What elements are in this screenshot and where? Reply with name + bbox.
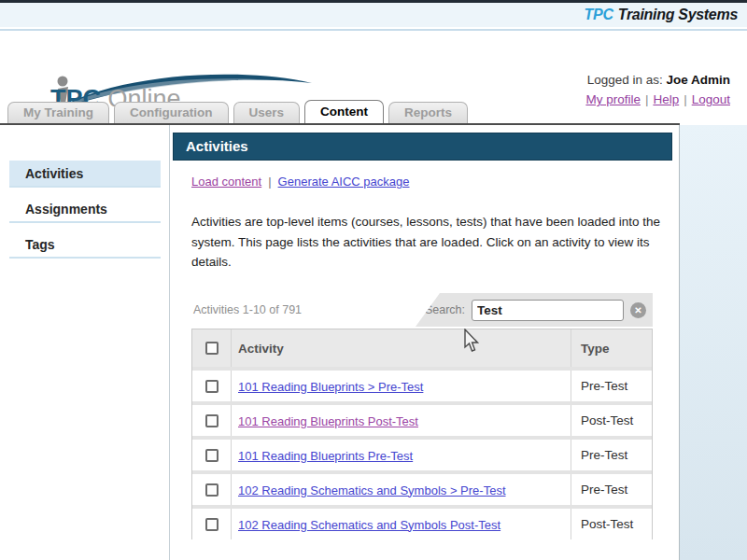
- logout-link[interactable]: Logout: [692, 92, 730, 106]
- logged-in-label: Logged in as:: [587, 73, 663, 87]
- row-checkbox[interactable]: [205, 483, 218, 497]
- column-header-activity: Activity: [232, 342, 571, 356]
- table-row: 101 Reading Blueprints Pre-Test Pre-Test: [192, 436, 652, 470]
- activity-link[interactable]: 101 Reading Blueprints Post-Test: [238, 414, 418, 428]
- logged-in-user: Joe Admin: [666, 73, 730, 87]
- tpc-training-systems-logo: TPCTraining Systems: [585, 7, 738, 23]
- clear-search-icon[interactable]: ✕: [630, 302, 646, 318]
- load-content-link[interactable]: Load content: [191, 175, 261, 189]
- action-links: Load content|Generate AICC package: [191, 175, 410, 189]
- activity-link[interactable]: 101 Reading Blueprints > Pre-Test: [238, 380, 423, 394]
- row-checkbox[interactable]: [205, 380, 218, 393]
- page: { "brand": { "tpc": "TPC", "rest": "Trai…: [0, 0, 747, 560]
- activity-link[interactable]: 102 Reading Schematics and Symbols Post-…: [238, 518, 500, 532]
- brand-tpc: TPC: [585, 7, 613, 22]
- sidebar-item-tags[interactable]: Tags: [9, 231, 161, 259]
- login-info: Logged in as: Joe Admin My profile|Help|…: [585, 73, 730, 106]
- page-background-band: [679, 125, 747, 560]
- activity-type: Pre-Test: [571, 371, 652, 401]
- activities-table: Activity Type 101 Reading Blueprints > P…: [191, 329, 653, 539]
- table-header: Activity Type: [192, 329, 652, 367]
- site-header: TPC Online Logged in as: Joe Admin My pr…: [0, 31, 747, 100]
- activity-type: Pre-Test: [571, 440, 652, 470]
- results-count: Activities 1-10 of 791: [193, 303, 302, 316]
- activity-link[interactable]: 101 Reading Blueprints Pre-Test: [238, 449, 413, 463]
- table-row: 102 Reading Schematics and Symbols Post-…: [192, 505, 652, 539]
- login-links: My profile|Help|Logout: [585, 92, 730, 106]
- row-checkbox[interactable]: [205, 518, 218, 531]
- column-header-type: Type: [571, 329, 652, 367]
- tab-reports[interactable]: Reports: [388, 102, 468, 123]
- help-link[interactable]: Help: [653, 92, 679, 106]
- separator: |: [679, 92, 692, 106]
- brand-rest: Training Systems: [618, 7, 738, 22]
- row-checkbox[interactable]: [205, 449, 218, 462]
- logged-in-text: Logged in as: Joe Admin: [585, 73, 730, 87]
- main-nav-tabs: My Training Configuration Users Content …: [7, 100, 468, 123]
- search-input[interactable]: [472, 300, 624, 321]
- tab-users[interactable]: Users: [233, 102, 301, 123]
- table-row: 101 Reading Blueprints Post-Test Post-Te…: [192, 401, 652, 436]
- sidebar: Activities Assignments Tags: [0, 125, 170, 560]
- my-profile-link[interactable]: My profile: [585, 92, 641, 106]
- tab-configuration[interactable]: Configuration: [114, 102, 228, 123]
- listing-toolbar: Activities 1-10 of 791 Search: ✕: [190, 293, 653, 327]
- table-row: 102 Reading Schematics and Symbols > Pre…: [192, 470, 652, 505]
- tab-content[interactable]: Content: [304, 100, 384, 123]
- activity-link[interactable]: 102 Reading Schematics and Symbols > Pre…: [238, 483, 506, 497]
- sidebar-item-activities[interactable]: Activities: [9, 161, 161, 188]
- activity-type: Post-Test: [571, 509, 652, 539]
- activity-type: Pre-Test: [571, 474, 652, 505]
- separator: |: [261, 175, 277, 189]
- page-description: Activities are top-level items (courses,…: [191, 212, 661, 273]
- header-checkbox-cell: [192, 329, 232, 367]
- sidebar-divider: [169, 125, 170, 560]
- select-all-checkbox[interactable]: [205, 342, 218, 355]
- top-banner: TPCTraining Systems: [0, 3, 747, 27]
- generate-aicc-package-link[interactable]: Generate AICC package: [278, 175, 410, 189]
- main-content: Activities Load content|Generate AICC pa…: [173, 125, 679, 560]
- search-label: Search:: [425, 303, 465, 316]
- search-box: Search: ✕: [416, 293, 653, 327]
- table-row: 101 Reading Blueprints > Pre-Test Pre-Te…: [192, 367, 652, 401]
- separator: |: [641, 92, 654, 106]
- tab-my-training[interactable]: My Training: [7, 102, 109, 123]
- activity-type: Post-Test: [571, 405, 652, 436]
- sidebar-item-assignments[interactable]: Assignments: [9, 196, 161, 223]
- page-title: Activities: [173, 133, 672, 161]
- row-checkbox[interactable]: [205, 414, 218, 427]
